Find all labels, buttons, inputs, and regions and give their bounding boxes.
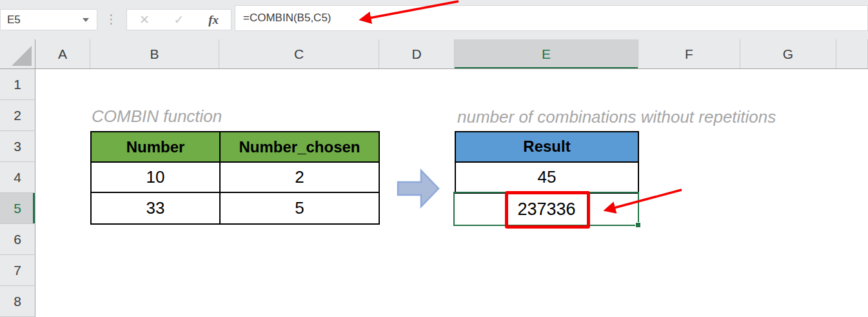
- select-all-corner[interactable]: [0, 39, 35, 68]
- row-headers: 1 2 3 4 5 6 7 8: [0, 69, 35, 317]
- formula-input[interactable]: =COMBIN(B5,C5): [235, 5, 868, 31]
- row-header-3[interactable]: 3: [0, 131, 35, 162]
- name-box[interactable]: E5: [0, 9, 97, 30]
- row-header-7[interactable]: 7: [0, 255, 35, 286]
- column-header-e[interactable]: E: [455, 39, 638, 68]
- insert-function-icon[interactable]: fx: [208, 13, 219, 27]
- column-header-f[interactable]: F: [638, 39, 740, 68]
- cell-e4[interactable]: 45: [456, 163, 638, 193]
- row-header-1[interactable]: 1: [0, 69, 35, 100]
- caption-combinations[interactable]: number of combinations without repetitio…: [457, 107, 776, 127]
- enter-icon[interactable]: ✓: [174, 10, 184, 30]
- column-header-d[interactable]: D: [379, 39, 455, 68]
- column-header-partial[interactable]: [836, 39, 868, 68]
- cell-c4[interactable]: 2: [221, 163, 379, 193]
- row-header-4[interactable]: 4: [0, 162, 35, 193]
- row-header-5[interactable]: 5: [0, 193, 35, 224]
- cancel-icon[interactable]: ✕: [139, 10, 150, 30]
- cell-b3-number-header[interactable]: Number: [92, 132, 221, 163]
- column-header-a[interactable]: A: [35, 39, 90, 68]
- formula-text: =COMBIN(B5,C5): [235, 12, 331, 25]
- select-all-triangle-icon: [12, 46, 32, 66]
- annotation-red-box: [505, 191, 590, 229]
- formula-bar-grabber-icon[interactable]: ⋮: [105, 8, 117, 31]
- cell-c5[interactable]: 5: [221, 193, 379, 223]
- input-table: Number Number_chosen 10 2 33 5: [90, 131, 380, 225]
- name-box-value[interactable]: E5: [1, 14, 83, 26]
- column-headers: A B C D E F G: [0, 39, 868, 69]
- cell-b4[interactable]: 10: [92, 163, 221, 193]
- name-box-dropdown-icon[interactable]: [83, 18, 89, 22]
- column-header-g[interactable]: G: [740, 39, 836, 68]
- row-header-8[interactable]: 8: [0, 286, 35, 317]
- excel-window: E5 ⋮ ✕ ✓ fx =COMBIN(B5,C5) A B C D E F G…: [0, 0, 868, 317]
- row-header-2[interactable]: 2: [0, 100, 35, 131]
- cell-c3-number-chosen-header[interactable]: Number_chosen: [221, 132, 379, 163]
- row-header-6[interactable]: 6: [0, 224, 35, 255]
- formula-bar-chrome: E5 ⋮ ✕ ✓ fx =COMBIN(B5,C5): [0, 0, 868, 39]
- formula-button-group: ✕ ✓ fx: [126, 9, 232, 30]
- cell-e3-result-header[interactable]: Result: [456, 132, 638, 163]
- result-table: Result 45: [455, 131, 639, 194]
- column-header-c[interactable]: C: [219, 39, 379, 68]
- right-arrow-shape[interactable]: [397, 169, 440, 209]
- cell-b5[interactable]: 33: [92, 193, 221, 223]
- column-header-b[interactable]: B: [90, 39, 219, 68]
- caption-combin-function[interactable]: COMBIN function: [92, 107, 222, 127]
